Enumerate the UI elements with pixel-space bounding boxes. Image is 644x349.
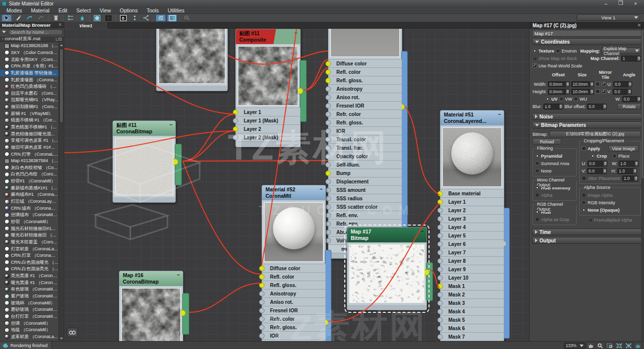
material-list-item[interactable]: 纱帘#1 （CoronaMtl）	[0, 178, 58, 185]
input-connector-dot[interactable]	[437, 233, 443, 238]
material-list-item[interactable]: 台灯灯罩 （CoronaMtl）	[0, 313, 58, 320]
node-slot-mask-2[interactable]: Mask 2	[440, 291, 504, 299]
alpha-source-radio-none-opaque-[interactable]	[582, 208, 586, 212]
node-output-tab[interactable]	[325, 250, 331, 341]
node-resize-footer[interactable]	[236, 142, 300, 147]
node-slot-layer-2[interactable]: Layer 2	[440, 206, 504, 215]
assign-disabled-button[interactable]	[36, 14, 46, 22]
pan-button[interactable]	[587, 342, 595, 349]
node-slot-fresnel-ior[interactable]: Fresnel IOR	[328, 102, 402, 110]
input-connector-dot[interactable]	[325, 120, 331, 125]
material-list-item[interactable]: 最新绒布质感#1#1 （...	[0, 184, 58, 191]
zoom-extents-button[interactable]	[615, 342, 623, 349]
node-resize-footer[interactable]	[157, 86, 227, 91]
assign-material-button[interactable]	[24, 14, 35, 22]
input-connector-dot[interactable]	[437, 326, 443, 331]
material-list-item[interactable]: 白色凹凸布纹 （Coro...	[0, 171, 58, 178]
show-map-on-back-checkbox[interactable]	[533, 56, 537, 60]
material-list-item[interactable]: 拉斯哑光钢#1 （VRay...	[0, 97, 58, 104]
input-connector-dot[interactable]	[233, 118, 238, 123]
mono-channel-radio-alpha[interactable]	[535, 193, 539, 197]
node-header[interactable]: Map #16 CoronaBitmap –	[119, 271, 183, 286]
rollout-noise[interactable]: Noise	[532, 113, 642, 120]
input-connector-dot[interactable]	[259, 283, 265, 288]
node-slot-anisotropy[interactable]: Anisotropy	[328, 85, 402, 93]
input-connector-dot[interactable]	[259, 291, 265, 296]
scroll-down-icon[interactable]	[60, 338, 63, 340]
checker-background-button[interactable]	[103, 14, 113, 22]
alpha-source-radio-image-alpha[interactable]	[582, 193, 586, 197]
node-resize-footer[interactable]	[113, 197, 175, 202]
rollout-coordinates[interactable]: Coordinates	[532, 38, 642, 45]
node-slot-sss-scatter-color[interactable]: SSS scatter color	[328, 203, 402, 211]
browser-close-icon[interactable]: ✕	[58, 22, 62, 27]
node-slot-refl-color[interactable]: Refl. color	[262, 273, 325, 281]
input-connector-dot[interactable]	[437, 284, 443, 289]
input-connector-dot[interactable]	[325, 137, 331, 142]
node-slot-layer-5[interactable]: Layer 5	[440, 232, 504, 240]
input-connector-dot[interactable]	[325, 78, 331, 83]
node-slot-mask-1[interactable]: Mask 1	[440, 282, 504, 291]
layout-dots-button[interactable]	[129, 14, 140, 22]
premultiplied-alpha-checkbox[interactable]	[588, 218, 592, 222]
material-name-field[interactable]: Map #17	[532, 30, 642, 37]
jitter-placement-checkbox[interactable]	[582, 176, 586, 180]
menu-edit[interactable]: Edit	[54, 7, 72, 13]
mapping-dropdown[interactable]: Explicit Map Channel	[601, 48, 641, 54]
input-connector-dot[interactable]	[325, 238, 331, 243]
material-list-item[interactable]: 纱帘 （CoronaMtl）	[0, 219, 58, 226]
blur-offset-field[interactable]: 0.0	[587, 104, 607, 110]
material-list-item[interactable]: 磨砂玻璃 （CoronaMtl）	[0, 306, 58, 313]
material-list-item[interactable]: 皮革材质 （CoronaLa...	[0, 334, 58, 341]
pick-material-button[interactable]	[13, 14, 23, 22]
input-connector-dot[interactable]	[325, 230, 331, 235]
hide-unused-nodeslots-button[interactable]	[65, 14, 76, 22]
input-connector-dot[interactable]	[437, 300, 443, 306]
material-list-item[interactable]: SKY （Color Correction）	[0, 50, 58, 57]
input-connector-dot[interactable]	[437, 208, 443, 213]
blur-field[interactable]: 1.0	[543, 104, 563, 110]
input-connector-dot[interactable]	[325, 103, 331, 109]
material-list-item[interactable]: 做旧可调色皮革 #1#...	[0, 144, 58, 151]
material-list-item[interactable]: Map #2138387584 （C...	[0, 158, 58, 165]
node-slot-refl-gloss-[interactable]: Refl. gloss.	[328, 76, 402, 85]
jitter-field[interactable]: 1.0	[622, 175, 638, 181]
select-tool-button[interactable]	[1, 14, 12, 22]
node-bitmap-partial[interactable]	[156, 29, 228, 91]
height-tile-checkbox[interactable]	[601, 89, 606, 94]
material-list-item[interactable]: CRN.外景（专用）#1...	[0, 63, 58, 70]
material-list-item[interactable]: CRN.灯带 （CoronaLig...	[0, 151, 58, 158]
minimize-node-icon[interactable]: –	[498, 111, 501, 117]
node-slot-mask-6[interactable]: Mask 6	[440, 324, 504, 333]
node-slot-layer-1[interactable]: Layer 1	[440, 198, 504, 206]
node-slot-refr-gloss-[interactable]: Refr. gloss.	[262, 323, 325, 332]
input-connector-dot[interactable]	[259, 325, 265, 330]
input-connector-dot[interactable]	[437, 199, 443, 205]
wu-radio[interactable]	[574, 97, 578, 101]
input-connector-dot[interactable]	[437, 216, 443, 222]
node-slot-bump[interactable]: Bump	[328, 169, 402, 177]
node-slot-layer-2-mask-[interactable]: Layer 2 (Mask)	[236, 133, 300, 142]
input-connector-dot[interactable]	[325, 204, 331, 210]
minimize-node-icon[interactable]: –	[320, 186, 322, 192]
material-list-item[interactable]: 有色玻璃 （CoronaMtl）	[0, 286, 58, 293]
map-channel-field[interactable]: 1	[621, 56, 641, 61]
width-size-field[interactable]: 10.0mm	[571, 81, 594, 87]
material-map-browser-toggle[interactable]	[156, 14, 166, 22]
node-mtl51[interactable]: Material #51 CoronaLayered... –Base mate…	[440, 110, 504, 341]
node-slot-layer-1-mask-[interactable]: Layer 1 (Mask)	[236, 116, 300, 125]
node-tietu-bitmap[interactable]: 贴图 #11 CoronaBitmap –	[112, 120, 176, 203]
layout-children-button[interactable]	[141, 14, 151, 22]
input-connector-dot[interactable]	[437, 334, 443, 340]
input-connector-dot[interactable]	[325, 112, 331, 117]
scroll-up-icon[interactable]	[60, 44, 63, 46]
material-list-item[interactable]: 乳胶漆墙面 带轻微做...	[0, 70, 58, 77]
input-connector-dot[interactable]	[325, 154, 331, 159]
material-list-item[interactable]: 灯罩材质 （CoronaLa...	[0, 245, 58, 252]
crop-h-field[interactable]: 1.0	[617, 168, 637, 174]
material-list-item[interactable]: 常规可调色皮革 #1 （...	[0, 137, 58, 144]
node-slot-aniso-rot-[interactable]: Aniso rot.	[328, 93, 402, 102]
menu-select[interactable]: Select	[72, 7, 95, 13]
zoom-level-dropdown[interactable]: 133%	[564, 343, 586, 349]
node-mtl-top[interactable]: Material CoronaMtl –Diffuse colorRefl. c…	[328, 29, 402, 259]
